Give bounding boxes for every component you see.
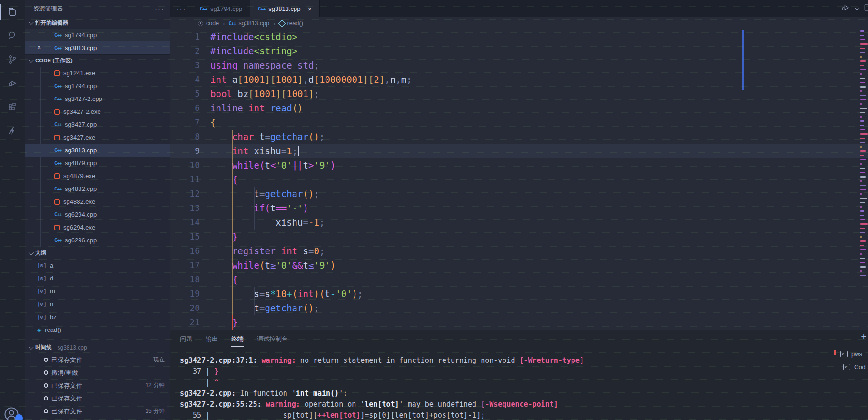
minimap-line bbox=[860, 65, 864, 66]
account-icon[interactable] bbox=[3, 406, 22, 420]
outline-item[interactable]: [⊘]a bbox=[25, 259, 170, 272]
minimap-line bbox=[860, 48, 865, 49]
history-circle-icon bbox=[44, 358, 48, 362]
outline-item[interactable]: [⊘]n bbox=[25, 298, 170, 310]
run-debug-button[interactable] bbox=[841, 3, 850, 14]
panel-tab-输出[interactable]: 输出 bbox=[206, 335, 218, 347]
minimap-line bbox=[860, 142, 865, 143]
minimap-line bbox=[860, 176, 866, 178]
timeline-item[interactable]: 已保存文件 bbox=[25, 392, 170, 405]
split-editor-icon[interactable] bbox=[863, 3, 868, 14]
outline-item[interactable]: [⊘]d bbox=[25, 272, 170, 285]
file-item[interactable]: C++sg3813.cpp bbox=[25, 144, 170, 157]
terminal-list-item[interactable]: >_Cod bbox=[838, 360, 868, 373]
minimap-line bbox=[860, 56, 862, 58]
panel-tab-问题[interactable]: 问题 bbox=[180, 335, 192, 347]
code-line: 14 xishu=-1; bbox=[170, 215, 868, 230]
file-item[interactable]: C++sg4882.cpp bbox=[25, 182, 170, 195]
symbol-variable-icon: [⊘] bbox=[37, 314, 47, 320]
file-item[interactable]: sg4879.exe bbox=[25, 170, 170, 182]
outline-item[interactable]: [⊘]m bbox=[25, 285, 170, 298]
minimap-line bbox=[860, 163, 862, 165]
outline-item[interactable]: [⊘]bz bbox=[25, 310, 170, 323]
search-icon[interactable] bbox=[0, 24, 25, 48]
tools-lightning-icon[interactable] bbox=[0, 119, 25, 143]
explorer-icon[interactable] bbox=[0, 0, 25, 24]
timeline-list: 已保存文件现在撤消/重做已保存文件12 分钟已保存文件已保存文件15 分钟文件已… bbox=[25, 353, 170, 420]
chevron-down-icon bbox=[29, 20, 34, 25]
breadcrumb-folder[interactable]: code bbox=[206, 20, 219, 27]
code-editor[interactable]: 1#include<cstdio>2#include<string>3using… bbox=[170, 30, 868, 330]
cpp-file-icon: C++ bbox=[54, 45, 61, 50]
indent-guide-active bbox=[232, 130, 233, 315]
file-item[interactable]: sg1241.exe bbox=[25, 67, 170, 80]
open-editors-section-header[interactable]: 打开的编辑器 bbox=[25, 17, 170, 29]
terminal-side-list: + >_pws>_Cod bbox=[835, 330, 868, 420]
minimap-line bbox=[860, 112, 865, 113]
file-item[interactable]: C++sg1794.cpp bbox=[25, 80, 170, 92]
file-item[interactable]: sg3427-2.exe bbox=[25, 105, 170, 118]
file-item[interactable]: C++sg6294.cpp bbox=[25, 208, 170, 221]
outline-item[interactable]: ◈read() bbox=[25, 323, 170, 336]
tabs: C++sg1794.cppC++sg3813.cpp× bbox=[192, 0, 320, 17]
terminal-list-item[interactable]: >_pws bbox=[840, 348, 868, 360]
outline-section-header[interactable]: 大纲 bbox=[25, 247, 170, 259]
editor-tab[interactable]: C++sg3813.cpp× bbox=[250, 0, 320, 17]
file-item[interactable]: sg4882.exe bbox=[25, 195, 170, 208]
timeline-item[interactable]: 已保存文件12 分钟 bbox=[25, 379, 170, 392]
open-editor-item[interactable]: ×C++sg3813.cpp bbox=[25, 41, 170, 54]
symbol-variable-icon: [⊘] bbox=[37, 288, 47, 294]
minimap-line bbox=[860, 180, 862, 182]
history-circle-icon bbox=[44, 396, 48, 400]
line-number: 18 bbox=[170, 272, 200, 287]
minimap-line bbox=[860, 86, 866, 88]
more-actions-icon[interactable]: ··· bbox=[155, 5, 165, 13]
timeline-item[interactable]: 已保存文件15 分钟 bbox=[25, 405, 170, 418]
timeline-label: 撤消/重做 bbox=[51, 369, 78, 377]
minimap-line bbox=[860, 99, 866, 100]
close-icon[interactable]: × bbox=[35, 43, 43, 51]
terminal-error-badge bbox=[834, 350, 836, 355]
cpp-file-icon: C++ bbox=[200, 6, 207, 11]
open-editor-item[interactable]: C++sg1794.cpp bbox=[25, 29, 170, 41]
run-debug-icon[interactable] bbox=[0, 71, 25, 95]
timeline-section-header[interactable]: 时间线 sg3813.cpp bbox=[25, 341, 170, 353]
code-line: 8 char t=getchar(); bbox=[170, 130, 868, 144]
file-item[interactable]: C++sg3427-2.cpp bbox=[25, 92, 170, 105]
file-item[interactable]: C++sg4879.cpp bbox=[25, 157, 170, 170]
minimap-line bbox=[860, 223, 868, 225]
timeline-item[interactable]: 撤消/重做 bbox=[25, 366, 170, 379]
minimap-line bbox=[860, 262, 865, 263]
code-text: register int s=0; bbox=[200, 244, 325, 258]
breadcrumb-file[interactable]: sg3813.cpp bbox=[239, 20, 270, 27]
file-item[interactable]: C++sg6296.cpp bbox=[25, 234, 170, 247]
close-icon[interactable]: × bbox=[308, 5, 312, 13]
editor-tab[interactable]: C++sg1794.cpp bbox=[192, 0, 250, 17]
code-text: bool bz[1001][1001]; bbox=[200, 87, 319, 101]
timeline-item[interactable]: 文件已创建 bbox=[25, 418, 170, 420]
file-item[interactable]: C++sg3427.cpp bbox=[25, 118, 170, 131]
cpp-file-icon: C++ bbox=[54, 238, 61, 243]
line-number: 20 bbox=[170, 301, 200, 315]
panel-tab-终端[interactable]: 终端 bbox=[231, 335, 244, 347]
terminal-output[interactable]: sg3427-2.cpp:37:1: warning: no return st… bbox=[180, 355, 830, 420]
panel-tab-调试控制台[interactable]: 调试控制台 bbox=[257, 335, 288, 347]
cpp-file-icon: C++ bbox=[54, 212, 61, 217]
new-terminal-button[interactable]: + bbox=[858, 331, 868, 342]
minimap-line bbox=[860, 258, 865, 259]
file-item[interactable]: sg3427.exe bbox=[25, 131, 170, 144]
breadcrumb-symbol[interactable]: read() bbox=[287, 20, 303, 27]
timeline-item[interactable]: 已保存文件现在 bbox=[25, 353, 170, 366]
tab-overflow-icon[interactable]: ··· bbox=[170, 0, 192, 17]
file-item[interactable]: sg6294.exe bbox=[25, 221, 170, 234]
code-line: 4int a[1001][1001],d[10000001][2],n,m; bbox=[170, 72, 868, 87]
line-number: 10 bbox=[170, 158, 200, 172]
run-dropdown-chevron-icon[interactable] bbox=[855, 5, 859, 10]
cpp-file-icon: C++ bbox=[228, 21, 236, 26]
extensions-icon[interactable] bbox=[0, 95, 25, 119]
file-label: sg6294.exe bbox=[63, 224, 95, 231]
history-circle-icon bbox=[44, 409, 48, 413]
minimap[interactable] bbox=[860, 30, 868, 297]
source-control-icon[interactable] bbox=[0, 48, 25, 71]
workspace-section-header[interactable]: CODE (工作区) bbox=[25, 54, 170, 67]
